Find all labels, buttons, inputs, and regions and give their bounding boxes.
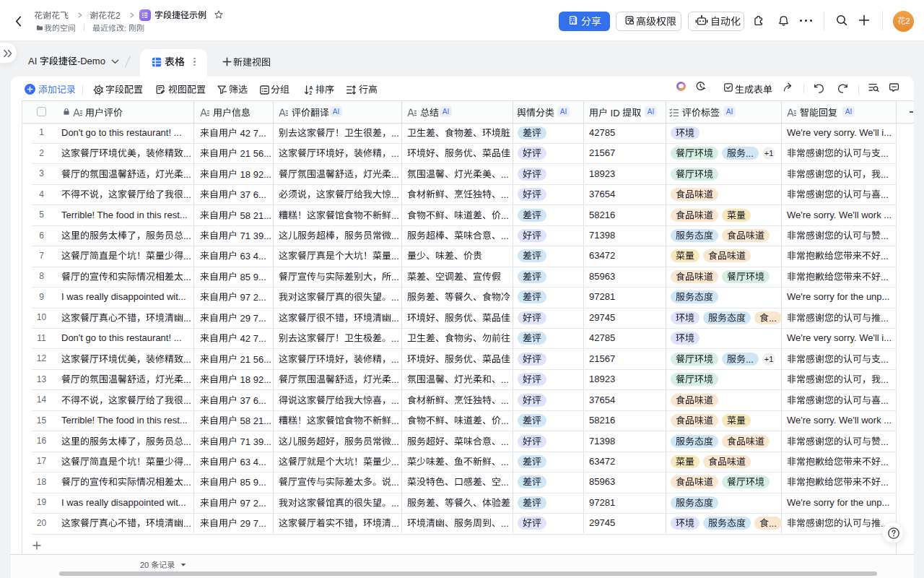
svg-text:...: ... (391, 415, 399, 426)
svg-text:...: ... (391, 210, 399, 220)
svg-text:...: ... (881, 353, 889, 364)
svg-text:20: 20 (140, 560, 149, 569)
svg-text:...: ... (391, 168, 399, 179)
svg-text:...: ... (391, 312, 399, 323)
svg-text:42: 42 (240, 127, 250, 138)
svg-text:...: ... (501, 436, 509, 447)
svg-text:...: ... (391, 292, 399, 303)
svg-text:...: ... (391, 127, 399, 138)
svg-text:6...: 6... (253, 189, 266, 200)
svg-text:...: ... (881, 436, 889, 447)
svg-text:85: 85 (240, 271, 250, 282)
svg-text:37: 37 (240, 394, 250, 405)
svg-text:...: ... (391, 436, 399, 447)
svg-text:...: ... (391, 148, 399, 159)
svg-text:56...: 56... (253, 148, 271, 159)
svg-text:...: ... (391, 333, 399, 344)
svg-text:56...: 56... (253, 353, 271, 364)
svg-text:4...: 4... (253, 456, 266, 467)
svg-text:...: ... (881, 271, 889, 282)
svg-text:...: ... (183, 271, 191, 282)
svg-text:...: ... (183, 394, 191, 405)
svg-text:7...: 7... (253, 333, 266, 344)
svg-text:...: ... (391, 394, 399, 405)
svg-text:...: ... (183, 230, 191, 241)
svg-text:...: ... (391, 477, 399, 488)
svg-text:21: 21 (240, 148, 250, 159)
svg-text:...: ... (881, 456, 889, 467)
svg-text:...: ... (501, 230, 509, 241)
svg-text:...: ... (769, 312, 777, 323)
svg-text:58: 58 (240, 415, 250, 426)
svg-text:...: ... (881, 251, 889, 262)
svg-text:...: ... (746, 353, 754, 364)
svg-text:...: ... (183, 251, 191, 262)
svg-text:71: 71 (240, 436, 250, 447)
svg-text:...: ... (501, 189, 509, 200)
svg-text:...: ... (391, 497, 399, 508)
svg-text:21...: 21... (253, 210, 271, 220)
svg-text:...: ... (391, 518, 399, 529)
svg-text:21: 21 (240, 353, 250, 364)
svg-text:39...: 39... (253, 436, 271, 447)
svg-text:21...: 21... (253, 415, 271, 426)
svg-text:...: ... (881, 230, 889, 241)
svg-text:...: ... (183, 353, 191, 364)
svg-text:...: ... (501, 394, 509, 405)
svg-text:6...: 6... (253, 394, 266, 405)
svg-text:7...: 7... (253, 312, 266, 323)
svg-text:7...: 7... (253, 127, 266, 138)
svg-text:92...: 92... (253, 374, 271, 385)
svg-text:71: 71 (240, 230, 250, 241)
svg-text:7...: 7... (253, 518, 266, 529)
svg-text:2: 2 (309, 90, 312, 95)
svg-text:...: ... (391, 374, 399, 385)
svg-text:58: 58 (240, 210, 250, 220)
svg-text:...: ... (501, 210, 509, 220)
svg-text:4...: 4... (253, 251, 266, 262)
svg-text:...: ... (501, 518, 509, 529)
svg-text:...: ... (746, 148, 754, 159)
svg-text:...: ... (881, 168, 889, 179)
svg-text:...: ... (183, 168, 191, 179)
svg-text:39...: 39... (253, 230, 271, 241)
svg-text:29: 29 (240, 312, 250, 323)
svg-text:9...: 9... (253, 271, 266, 282)
svg-text:...: ... (183, 189, 191, 200)
svg-text:...: ... (881, 394, 889, 405)
svg-text:ID: ID (611, 107, 620, 118)
svg-text:...: ... (391, 189, 399, 200)
svg-text:...: ... (183, 477, 191, 488)
svg-text:-Demo: -Demo (77, 56, 105, 66)
svg-text::: : (124, 24, 126, 33)
svg-text:...: ... (391, 251, 399, 262)
svg-text:...: ... (501, 168, 509, 179)
svg-text:...: ... (881, 477, 889, 488)
svg-text:...: ... (881, 312, 889, 323)
svg-text:18: 18 (240, 374, 250, 385)
svg-text:...: ... (769, 518, 777, 529)
svg-text:...: ... (391, 456, 399, 467)
svg-text:...: ... (881, 189, 889, 200)
svg-text:...: ... (391, 230, 399, 241)
svg-text:...: ... (391, 271, 399, 282)
svg-text:37: 37 (240, 189, 250, 200)
svg-text:...: ... (183, 456, 191, 467)
svg-text:...: ... (501, 415, 509, 426)
svg-text:63: 63 (240, 456, 250, 467)
svg-text:AI: AI (28, 56, 37, 66)
svg-text:...: ... (183, 148, 191, 159)
svg-text:2...: 2... (253, 292, 266, 303)
svg-text:...: ... (881, 374, 889, 385)
svg-text:...: ... (501, 456, 509, 467)
svg-text:...: ... (501, 477, 509, 488)
svg-text:92...: 92... (253, 168, 271, 179)
svg-text:2...: 2... (253, 497, 266, 508)
svg-text:18: 18 (240, 168, 250, 179)
svg-text:63: 63 (240, 251, 250, 262)
svg-text:...: ... (183, 374, 191, 385)
svg-text:85: 85 (240, 477, 250, 488)
svg-text:...: ... (391, 353, 399, 364)
svg-text:29: 29 (240, 518, 250, 529)
svg-text:...: ... (183, 518, 191, 529)
